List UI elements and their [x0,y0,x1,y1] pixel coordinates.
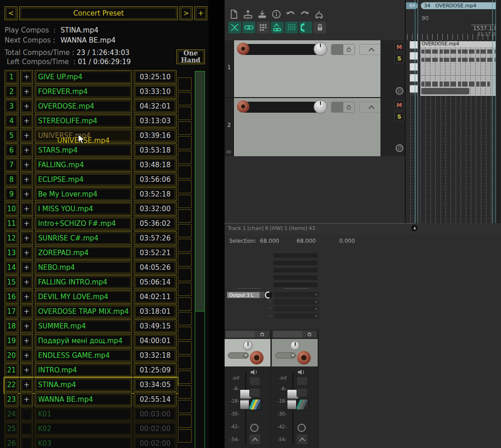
fx-button[interactable] [331,44,343,55]
row-time[interactable]: 03:33:10 [134,85,176,98]
track-volume-fader[interactable] [240,102,325,113]
row-add-button[interactable]: + [20,275,33,289]
lock-toggle-icon[interactable] [314,22,326,33]
mixer-channel-panel[interactable] [272,339,318,366]
playlist-scrollbar-track[interactable] [195,311,195,448]
row-add-button[interactable]: + [20,217,33,230]
row-time[interactable]: 03:49:15 [134,319,176,333]
row-number[interactable]: 11 [5,217,18,230]
input-dropdown-icon[interactable] [290,353,295,358]
row-add-button[interactable]: + [20,99,33,113]
hw-output-fader[interactable] [274,292,319,297]
row-name[interactable]: I MISS YOU.mp4 [35,202,132,216]
routing-output-select[interactable]: Output 3 L [227,292,260,298]
record-arm-button[interactable] [237,43,249,55]
row-name[interactable]: K01 [35,407,132,421]
row-time[interactable]: 00:02:00 [134,437,176,448]
row-number[interactable]: 26 [5,437,18,448]
mixer-mute-button[interactable] [297,377,308,386]
row-name[interactable]: K03 [35,437,132,448]
mixer-solo-button[interactable] [249,388,260,397]
row-add-button[interactable]: + [20,70,33,84]
row-number[interactable]: 2 [5,85,18,98]
row-number[interactable]: 21 [5,363,18,377]
selection-start[interactable]: 68.000 [260,238,279,244]
row-number[interactable]: 4 [5,114,18,128]
row-name[interactable]: NEBO.mp4 [35,261,132,274]
row-number[interactable]: 22 [5,378,18,392]
row-time[interactable]: 03:52:21 [134,246,176,260]
row-name[interactable]: STARS.mp4 [35,143,132,157]
region-marker-partial[interactable]: IIX. [406,2,418,9]
mixer-phase-button[interactable] [250,424,259,432]
row-time[interactable]: 01:25:09 [134,363,176,377]
track1-panel[interactable] [235,40,380,97]
row-add-button[interactable]: + [20,231,33,245]
row-add-button[interactable]: + [20,305,33,318]
hscroll-left-button[interactable] [411,225,418,231]
row-number[interactable]: 6 [5,143,18,157]
fx-button[interactable] [331,102,343,112]
row-time[interactable]: 03:56:06 [134,173,176,186]
project-info-icon[interactable] [271,9,282,20]
grid-toggle-icon[interactable] [285,22,298,33]
tempo-marker[interactable]: 90 [422,15,429,22]
track1-mute-button[interactable]: M [394,42,404,52]
row-number[interactable]: 8 [5,173,18,186]
row-time[interactable]: 05:36:02 [134,217,176,230]
media-item-overdose[interactable]: OVERDOSE.mp4 [420,41,498,96]
row-time[interactable]: 04:05:26 [134,261,176,274]
save-project-icon[interactable] [257,9,268,20]
mixer-fx-bypass-icon[interactable] [255,331,270,338]
row-add-button[interactable]: + [20,85,33,98]
row-time[interactable]: 04:00:01 [134,334,176,348]
row-time[interactable]: 00:02:00 [134,422,176,436]
media-item-fragment[interactable] [410,41,418,95]
row-time[interactable]: 03:48:18 [134,158,176,172]
row-name[interactable]: FALLING.mp4 [35,158,132,172]
crossfade-toggle-icon[interactable] [228,22,241,33]
row-time[interactable]: 03:39:16 [134,129,176,142]
hw-output-fader[interactable] [274,313,319,319]
snap-toggle-icon[interactable] [299,22,312,33]
row-add-button[interactable]: + [20,246,33,260]
row-name[interactable]: ENDLESS GAME.mp4 [35,349,132,362]
arrange-vscrollbar[interactable] [495,0,501,224]
row-name[interactable]: FALLING INTRO.mp4 [35,275,132,289]
row-number[interactable]: 13 [5,246,18,260]
input-dropdown-icon[interactable] [243,353,248,358]
row-name[interactable]: SUMMER.mp4 [35,319,132,333]
row-name[interactable]: Intro+SCHIZO F#.mp4 [35,217,132,230]
row-add-button[interactable]: + [20,187,33,201]
fx-bypass-icon[interactable] [343,44,354,55]
open-project-icon[interactable] [242,9,253,20]
row-number[interactable]: 25 [5,422,18,436]
row-time[interactable]: 03:25:10 [134,70,176,84]
row-add-button[interactable]: + [20,143,33,157]
row-add-button[interactable]: + [20,378,33,392]
row-number[interactable]: 15 [5,275,18,289]
row-time[interactable]: 03:52:18 [134,187,176,201]
envelope-link-icon[interactable] [271,22,284,33]
mixer-route-button[interactable] [249,399,262,410]
track1-phase-button[interactable]: ∅ [396,87,403,95]
mixer-pan-knob[interactable] [290,341,300,350]
speaker-icon[interactable] [297,368,305,374]
mixer-record-arm-button[interactable] [297,351,311,365]
mixer-pan-knob[interactable] [243,341,253,350]
record-arm-button[interactable] [237,100,249,113]
row-name[interactable]: SUNRISE C#.mp4 [35,231,132,245]
row-time[interactable]: 03:53:18 [134,143,176,157]
timeline-ruler[interactable] [407,34,501,40]
row-number[interactable]: 19 [5,334,18,348]
selection-end[interactable]: 68.000 [297,238,316,244]
fx-bypass-icon[interactable] [343,102,354,112]
row-name[interactable]: STEREOLIFE.mp4 [35,114,132,128]
row-number[interactable]: 16 [5,290,18,304]
row-time[interactable]: 03:18:01 [134,305,176,318]
row-name[interactable]: DEVIL MY LOVE.mp4 [35,290,132,304]
row-number[interactable]: 14 [5,261,18,274]
row-number[interactable]: 5 [5,129,18,142]
row-time[interactable]: 03:32:00 [134,202,176,216]
row-number[interactable]: 18 [5,319,18,333]
